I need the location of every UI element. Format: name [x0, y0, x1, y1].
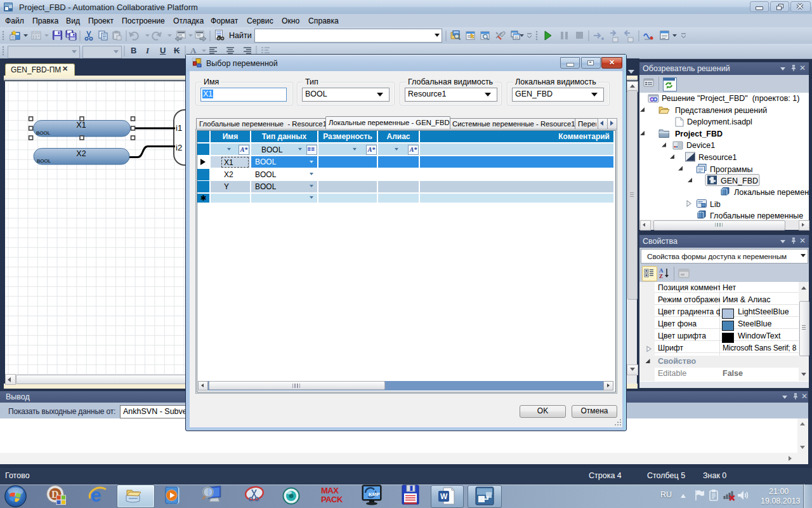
svg-text:Локальные перемень: Локальные перемень	[734, 188, 809, 197]
svg-text:Device1: Device1	[686, 141, 715, 150]
svg-text:BOOL: BOOL	[36, 130, 51, 136]
svg-text:Z: Z	[659, 273, 663, 279]
svg-text:W: W	[440, 492, 448, 501]
svg-text:GEN_FBD: GEN_FBD	[721, 177, 758, 185]
svg-text:i2: i2	[176, 143, 182, 152]
svg-text:Программы: Программы	[710, 165, 753, 174]
svg-text:i1: i1	[176, 123, 182, 133]
svg-text:X2: X2	[76, 149, 86, 158]
svg-text:BOOL: BOOL	[37, 158, 51, 164]
svg-text:KMP: KMP	[369, 491, 380, 497]
svg-text:Resource1: Resource1	[698, 153, 737, 162]
svg-text:Представления решений: Представления решений	[675, 106, 767, 115]
svg-text:Project_FBD: Project_FBD	[675, 130, 723, 138]
svg-text:Lib: Lib	[710, 200, 721, 209]
svg-text:Решение "Project_FBD" (проект: Решение "Project_FBD" (проектов: 1)	[662, 94, 799, 103]
svg-text:X1: X1	[76, 121, 86, 130]
svg-text:Deployment.isadpl: Deployment.isadpl	[687, 117, 752, 126]
svg-text:Глобальные переменные: Глобальные переменные	[710, 211, 803, 220]
